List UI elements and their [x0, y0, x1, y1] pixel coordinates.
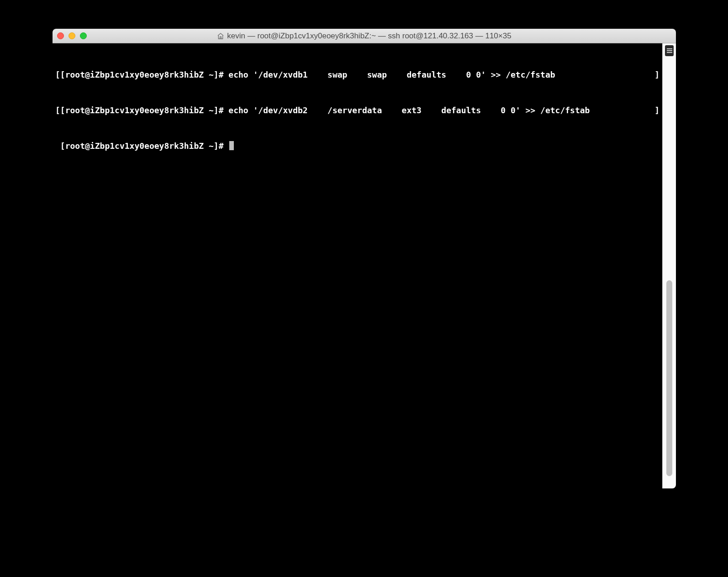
zoom-button[interactable]: [80, 32, 87, 39]
window-body: [[root@iZbp1cv1xy0eoey8rk3hibZ ~]# echo …: [53, 43, 676, 488]
shell-prompt: [root@iZbp1cv1xy0eoey8rk3hibZ ~]#: [60, 105, 228, 115]
terminal-viewport[interactable]: [[root@iZbp1cv1xy0eoey8rk3hibZ ~]# echo …: [53, 43, 662, 488]
window-controls: [57, 32, 87, 39]
alt-screen-indicator-icon[interactable]: [665, 45, 674, 56]
window-title: kevin — root@iZbp1cv1xy0eoey8rk3hibZ:~ —…: [227, 31, 511, 41]
shell-prompt: [root@iZbp1cv1xy0eoey8rk3hibZ ~]#: [60, 141, 228, 151]
home-icon: [217, 32, 224, 40]
line-outer-open: [55, 141, 60, 151]
shell-prompt: [root@iZbp1cv1xy0eoey8rk3hibZ ~]#: [60, 70, 228, 79]
cursor-block: [229, 141, 234, 150]
line-outer-close: ]: [654, 69, 659, 81]
minimize-button[interactable]: [69, 32, 75, 39]
scrollbar-thumb[interactable]: [666, 280, 672, 476]
line-outer-open: [: [55, 105, 60, 115]
line-outer-open: [: [55, 70, 60, 79]
shell-command: echo '/dev/xvdb2 /serverdata ext3 defaul…: [228, 105, 590, 115]
shell-command: echo '/dev/xvdb1 swap swap defaults 0 0'…: [228, 70, 555, 79]
scrollbar-column: [662, 43, 676, 488]
close-button[interactable]: [57, 32, 64, 39]
window-titlebar[interactable]: kevin — root@iZbp1cv1xy0eoey8rk3hibZ:~ —…: [53, 29, 676, 43]
scrollbar-track[interactable]: [666, 59, 672, 485]
terminal-line: [[root@iZbp1cv1xy0eoey8rk3hibZ ~]# echo …: [55, 69, 659, 81]
terminal-window: kevin — root@iZbp1cv1xy0eoey8rk3hibZ:~ —…: [53, 29, 676, 488]
line-outer-close: ]: [654, 105, 659, 116]
window-title-wrap: kevin — root@iZbp1cv1xy0eoey8rk3hibZ:~ —…: [53, 31, 676, 41]
terminal-line: [root@iZbp1cv1xy0eoey8rk3hibZ ~]#: [55, 140, 659, 152]
terminal-line: [[root@iZbp1cv1xy0eoey8rk3hibZ ~]# echo …: [55, 105, 659, 116]
